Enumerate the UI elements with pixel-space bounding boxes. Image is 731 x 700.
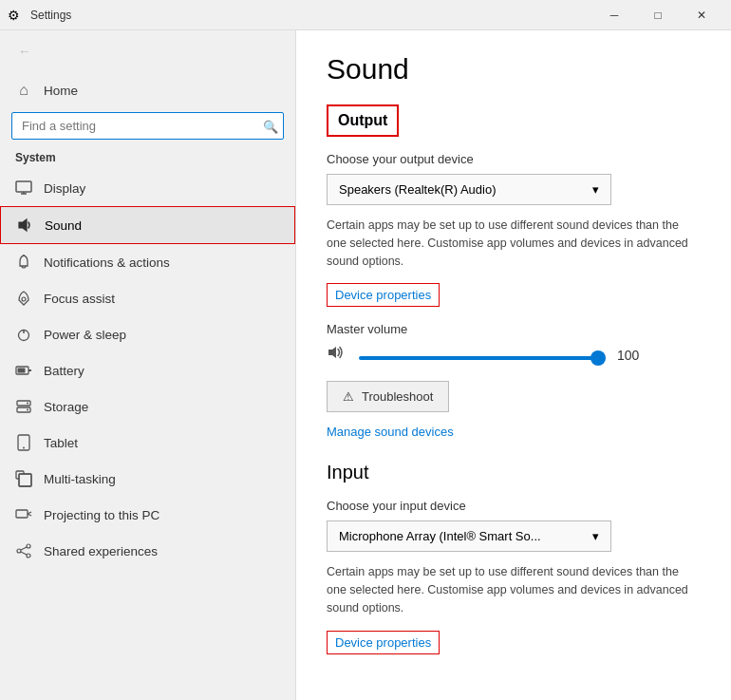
volume-label: Master volume: [327, 322, 701, 336]
manage-sound-devices-link[interactable]: Manage sound devices: [327, 425, 454, 439]
svg-point-23: [27, 544, 30, 548]
projecting-icon: [15, 506, 32, 523]
svg-line-27: [21, 552, 27, 555]
volume-slider[interactable]: [359, 356, 606, 360]
output-header: Output: [327, 104, 399, 137]
input-device-value: Microphone Array (Intel® Smart So...: [339, 529, 541, 543]
close-button[interactable]: ✕: [680, 0, 723, 30]
svg-point-25: [27, 554, 30, 558]
output-device-label: Choose your output device: [327, 152, 701, 166]
sidebar-item-label: Battery: [44, 364, 84, 378]
search-icon[interactable]: 🔍: [263, 119, 278, 133]
tablet-icon: [15, 434, 32, 451]
minimize-button[interactable]: ─: [592, 0, 636, 30]
svg-marker-28: [328, 347, 336, 358]
sidebar-nav-top: ←: [0, 30, 295, 72]
sidebar-item-label: Multi-tasking: [44, 472, 116, 486]
search-input[interactable]: [11, 112, 284, 140]
sidebar-item-projecting[interactable]: Projecting to this PC: [0, 497, 295, 533]
sidebar-item-label: Tablet: [44, 436, 78, 450]
svg-point-13: [27, 403, 28, 405]
sidebar-item-label: Shared experiences: [44, 544, 158, 558]
sidebar-item-notifications[interactable]: Notifications & actions: [0, 244, 295, 280]
input-device-dropdown[interactable]: Microphone Array (Intel® Smart So... ▾: [327, 520, 611, 552]
back-button[interactable]: ←: [11, 38, 38, 65]
battery-icon: [15, 362, 32, 379]
input-info-text: Certain apps may be set up to use differ…: [327, 563, 701, 616]
svg-rect-10: [18, 369, 26, 373]
svg-rect-20: [16, 510, 28, 518]
output-section: Output Choose your output device Speaker…: [327, 104, 701, 462]
input-section: Input Choose your input device Microphon…: [327, 462, 701, 669]
sidebar-item-sound[interactable]: Sound: [0, 206, 295, 244]
titlebar: ⚙ Settings ─ □ ✕: [0, 0, 731, 30]
shared-icon: [15, 542, 32, 559]
output-device-dropdown[interactable]: Speakers (Realtek(R) Audio) ▾: [327, 174, 611, 205]
svg-marker-3: [19, 219, 27, 231]
storage-icon: [15, 398, 32, 415]
sidebar-item-label: Display: [44, 181, 85, 196]
content-area: Sound Output Choose your output device S…: [296, 30, 731, 700]
sound-icon: [16, 217, 33, 234]
svg-rect-9: [28, 369, 31, 371]
titlebar-title: Settings: [30, 9, 592, 22]
svg-rect-0: [16, 181, 31, 192]
page-title: Sound: [327, 53, 701, 85]
multitasking-icon: [15, 470, 32, 487]
troubleshoot-label: Troubleshoot: [362, 389, 433, 404]
sidebar-item-label: Storage: [44, 400, 88, 414]
power-icon: [15, 326, 32, 343]
sidebar-section-label: System: [0, 147, 295, 170]
svg-point-24: [17, 549, 21, 553]
svg-point-5: [22, 297, 26, 301]
maximize-button[interactable]: □: [636, 0, 680, 30]
window-controls: ─ □ ✕: [592, 0, 723, 30]
input-header: Input: [327, 462, 701, 483]
output-device-value: Speakers (Realtek(R) Audio): [339, 182, 496, 197]
app-container: ← ⌂ Home 🔍 System Display: [0, 30, 731, 700]
sidebar-item-label: Notifications & actions: [44, 255, 170, 270]
volume-icon: [327, 344, 347, 366]
sidebar-item-display[interactable]: Display: [0, 170, 295, 206]
sidebar-item-label: Power & sleep: [44, 328, 126, 342]
sidebar-item-shared[interactable]: Shared experiences: [0, 533, 295, 569]
sidebar-item-power[interactable]: Power & sleep: [0, 316, 295, 352]
troubleshoot-button[interactable]: ⚠ Troubleshoot: [327, 381, 449, 412]
sidebar-item-tablet[interactable]: Tablet: [0, 425, 295, 461]
svg-point-16: [23, 447, 25, 449]
sidebar-item-multitasking[interactable]: Multi-tasking: [0, 461, 295, 497]
focus-icon: [15, 290, 32, 307]
search-box: 🔍: [11, 112, 284, 140]
sidebar-item-focus[interactable]: Focus assist: [0, 280, 295, 316]
sidebar-item-home[interactable]: ⌂ Home: [0, 72, 295, 108]
volume-slider-wrap: [359, 348, 606, 363]
notification-icon: [15, 254, 32, 271]
troubleshoot-icon: ⚠: [343, 389, 354, 404]
sidebar-item-label: Focus assist: [44, 292, 115, 306]
input-device-chevron: ▾: [592, 529, 599, 543]
output-device-properties-link[interactable]: Device properties: [327, 283, 440, 307]
settings-icon: ⚙: [8, 8, 23, 23]
sidebar-item-label: Home: [44, 84, 78, 98]
volume-row: 100: [327, 344, 701, 366]
home-icon: ⌂: [15, 82, 32, 99]
svg-point-14: [27, 409, 28, 411]
volume-value: 100: [617, 348, 651, 363]
svg-rect-18: [19, 474, 31, 486]
sidebar-item-label: Projecting to this PC: [44, 508, 159, 522]
sidebar-item-storage[interactable]: Storage: [0, 388, 295, 425]
output-device-chevron: ▾: [592, 182, 599, 197]
input-device-properties-link[interactable]: Device properties: [327, 631, 440, 654]
sidebar-item-label: Sound: [45, 218, 82, 233]
display-icon: [15, 180, 32, 197]
svg-line-26: [21, 547, 27, 550]
output-info-text: Certain apps may be set up to use differ…: [327, 217, 701, 270]
input-device-label: Choose your input device: [327, 499, 701, 513]
sidebar-item-battery[interactable]: Battery: [0, 352, 295, 388]
sidebar: ← ⌂ Home 🔍 System Display: [0, 30, 296, 700]
